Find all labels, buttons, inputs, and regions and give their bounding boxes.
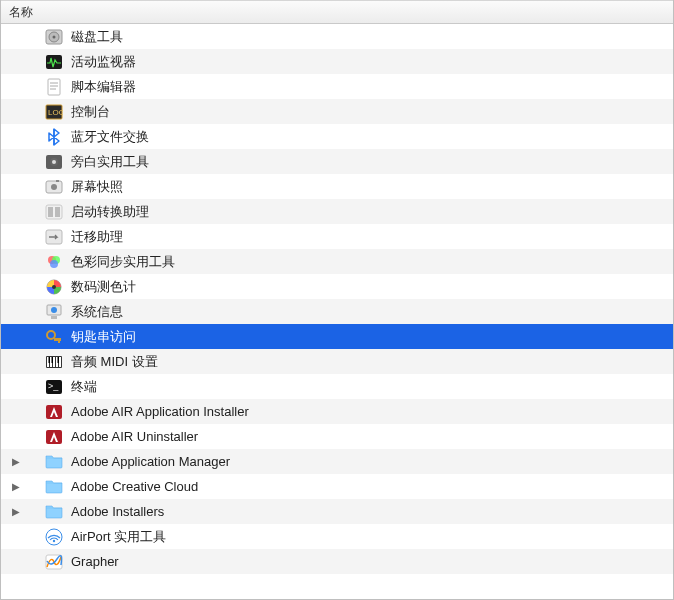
terminal-icon [45,378,63,396]
grapher-icon [45,553,63,571]
folder-icon [45,503,63,521]
list-item[interactable]: Adobe AIR Application Installer [1,399,673,424]
list-item[interactable]: Grapher [1,549,673,574]
item-label: Adobe AIR Application Installer [71,404,249,419]
item-label: 屏幕快照 [71,178,123,196]
item-label: 旁白实用工具 [71,153,149,171]
bluetooth-exchange-icon [45,128,63,146]
list-item[interactable]: 终端 [1,374,673,399]
list-item[interactable]: 音频 MIDI 设置 [1,349,673,374]
list-item[interactable]: 蓝牙文件交换 [1,124,673,149]
item-label: 蓝牙文件交换 [71,128,149,146]
list-item[interactable]: 磁盘工具 [1,24,673,49]
adobe-air-uninstaller-icon [45,428,63,446]
list-item[interactable]: 色彩同步实用工具 [1,249,673,274]
screenshot-icon [45,178,63,196]
item-label: 活动监视器 [71,53,136,71]
item-label: 音频 MIDI 设置 [71,353,158,371]
file-list-window: 名称 磁盘工具活动监视器脚本编辑器控制台蓝牙文件交换旁白实用工具屏幕快照启动转换… [0,0,674,600]
list-item[interactable]: 屏幕快照 [1,174,673,199]
list-item[interactable]: ▶Adobe Application Manager [1,449,673,474]
folder-icon [45,453,63,471]
disclosure-triangle-icon[interactable]: ▶ [9,481,23,492]
disclosure-triangle-icon[interactable]: ▶ [9,506,23,517]
colorsync-icon [45,253,63,271]
item-label: AirPort 实用工具 [71,528,166,546]
keychain-icon [45,328,63,346]
console-icon [45,103,63,121]
list-item[interactable]: 活动监视器 [1,49,673,74]
list-item[interactable]: 旁白实用工具 [1,149,673,174]
systeminfo-icon [45,303,63,321]
list-item[interactable]: ▶Adobe Installers [1,499,673,524]
activity-monitor-icon [45,53,63,71]
list-item[interactable]: Adobe AIR Uninstaller [1,424,673,449]
airport-utility-icon [45,528,63,546]
item-label: Grapher [71,554,119,569]
item-label: 钥匙串访问 [71,328,136,346]
item-label: 系统信息 [71,303,123,321]
item-label: 启动转换助理 [71,203,149,221]
adobe-air-installer-icon [45,403,63,421]
voiceover-utility-icon [45,153,63,171]
list-item[interactable]: 系统信息 [1,299,673,324]
disclosure-triangle-icon[interactable]: ▶ [9,456,23,467]
item-label: Adobe Application Manager [71,454,230,469]
colormeter-icon [45,278,63,296]
list-item[interactable]: 数码测色计 [1,274,673,299]
bootcamp-icon [45,203,63,221]
item-label: 数码测色计 [71,278,136,296]
item-label: Adobe Creative Cloud [71,479,198,494]
item-label: 色彩同步实用工具 [71,253,175,271]
script-editor-icon [45,78,63,96]
item-label: Adobe AIR Uninstaller [71,429,198,444]
migration-icon [45,228,63,246]
list-item[interactable]: 启动转换助理 [1,199,673,224]
list-item[interactable]: 控制台 [1,99,673,124]
item-label: 控制台 [71,103,110,121]
file-list[interactable]: 磁盘工具活动监视器脚本编辑器控制台蓝牙文件交换旁白实用工具屏幕快照启动转换助理迁… [1,24,673,599]
list-item[interactable]: ▶Adobe Creative Cloud [1,474,673,499]
column-header[interactable]: 名称 [1,0,673,24]
list-item[interactable]: AirPort 实用工具 [1,524,673,549]
item-label: 迁移助理 [71,228,123,246]
folder-icon [45,478,63,496]
item-label: 脚本编辑器 [71,78,136,96]
list-item[interactable]: 钥匙串访问 [1,324,673,349]
column-header-name: 名称 [9,4,33,21]
list-item[interactable]: 脚本编辑器 [1,74,673,99]
list-item[interactable]: 迁移助理 [1,224,673,249]
item-label: Adobe Installers [71,504,164,519]
audio-midi-icon [45,353,63,371]
item-label: 终端 [71,378,97,396]
disk-utility-icon [45,28,63,46]
item-label: 磁盘工具 [71,28,123,46]
